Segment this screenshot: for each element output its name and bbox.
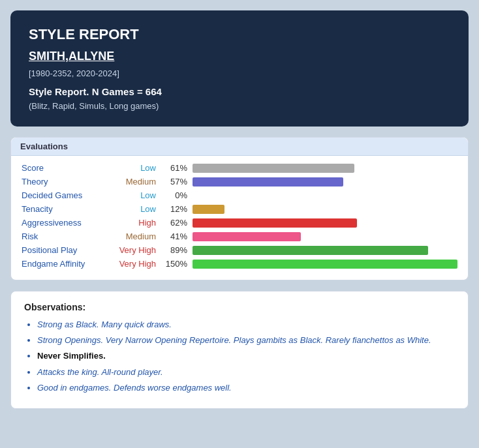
eval-bar-wrap xyxy=(193,205,457,214)
evaluations-card: Evaluations ScoreLow61%TheoryMedium57%De… xyxy=(10,137,469,280)
eval-bar xyxy=(193,260,457,269)
eval-bar-wrap xyxy=(193,246,457,255)
eval-row-pct: 41% xyxy=(165,231,193,241)
ngames-label: Style Report. N Games = 664 xyxy=(29,86,450,97)
eval-row-level: Very High xyxy=(106,259,165,269)
eval-bar-wrap xyxy=(193,177,457,187)
eval-row-level: Low xyxy=(106,204,165,214)
evaluations-title: Evaluations xyxy=(11,138,468,156)
observation-item: Good in endgames. Defends worse endgames… xyxy=(37,382,455,394)
eval-row-label: Endgame Affinity xyxy=(22,259,106,269)
page-title: STYLE REPORT xyxy=(29,26,450,43)
player-name: SMITH,ALLYNE xyxy=(29,50,450,63)
eval-row-pct: 150% xyxy=(165,259,193,269)
eval-bar xyxy=(193,246,428,255)
eval-bar-wrap xyxy=(193,260,457,269)
eval-bar xyxy=(193,177,343,187)
eval-bar-wrap xyxy=(193,164,457,173)
observation-item: Never Simplifies. xyxy=(37,350,455,362)
year-range: [1980-2352, 2020-2024] xyxy=(29,68,450,78)
eval-row-label: Positional Play xyxy=(22,245,106,255)
header-card: STYLE REPORT SMITH,ALLYNE [1980-2352, 20… xyxy=(10,10,469,127)
eval-bar xyxy=(193,164,354,173)
eval-bar-wrap xyxy=(193,191,457,200)
eval-row-label: Risk xyxy=(22,231,106,241)
eval-bar xyxy=(193,232,301,241)
eval-row-pct: 61% xyxy=(165,163,193,173)
eval-row: AggressivenessHigh62% xyxy=(22,216,457,230)
eval-row-pct: 62% xyxy=(165,218,193,228)
eval-row-pct: 12% xyxy=(165,204,193,214)
observation-item: Attacks the king. All-round player. xyxy=(37,366,455,378)
observations-list: Strong as Black. Many quick draws.Strong… xyxy=(24,319,455,394)
eval-row-level: Low xyxy=(106,163,165,173)
eval-row-level: Low xyxy=(106,190,165,200)
eval-bar-wrap xyxy=(193,232,457,241)
eval-row: TheoryMedium57% xyxy=(22,175,457,188)
eval-row-level: High xyxy=(106,218,165,228)
eval-row: Decided GamesLow0% xyxy=(22,188,457,202)
eval-row-level: Medium xyxy=(106,177,165,187)
eval-row-label: Score xyxy=(22,163,106,173)
observations-card: Observations: Strong as Black. Many quic… xyxy=(10,291,469,409)
eval-row: Endgame AffinityVery High150% xyxy=(22,257,457,271)
eval-bar xyxy=(193,218,357,228)
eval-row: ScoreLow61% xyxy=(22,161,457,175)
eval-row-label: Tenacity xyxy=(22,204,106,214)
eval-row-pct: 89% xyxy=(165,245,193,255)
eval-row-label: Decided Games xyxy=(22,190,106,200)
game-types: (Blitz, Rapid, Simuls, Long games) xyxy=(29,101,450,111)
observation-item: Strong as Black. Many quick draws. xyxy=(37,319,455,331)
eval-row-pct: 57% xyxy=(165,177,193,187)
eval-bar-wrap xyxy=(193,218,457,228)
eval-row: Positional PlayVery High89% xyxy=(22,243,457,257)
observations-title: Observations: xyxy=(24,302,455,312)
eval-bar xyxy=(193,205,224,214)
eval-rows-container: ScoreLow61%TheoryMedium57%Decided GamesL… xyxy=(22,161,457,271)
eval-row-level: Medium xyxy=(106,231,165,241)
eval-row-label: Aggressiveness xyxy=(22,218,106,228)
eval-row-label: Theory xyxy=(22,177,106,187)
eval-row-pct: 0% xyxy=(165,190,193,200)
eval-row: RiskMedium41% xyxy=(22,230,457,243)
eval-row-level: Very High xyxy=(106,245,165,255)
observation-item: Strong Openings. Very Narrow Opening Rep… xyxy=(37,335,455,346)
eval-row: TenacityLow12% xyxy=(22,202,457,216)
